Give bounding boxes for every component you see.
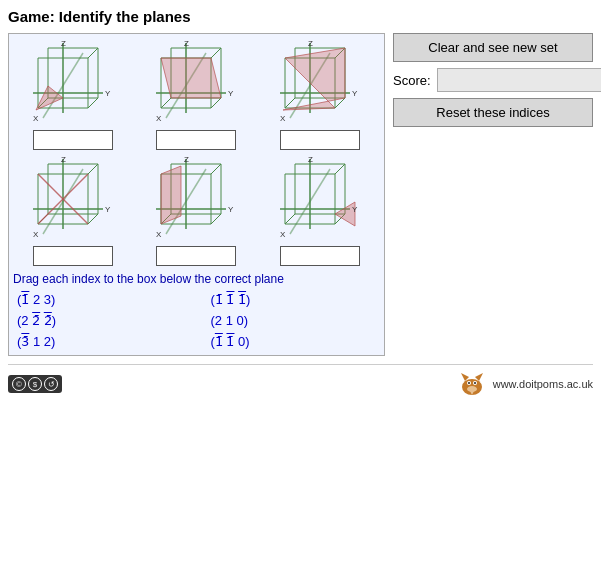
index-item-4[interactable]: (1̄ 1̄ 1̄) bbox=[207, 290, 381, 309]
cc-icons: © $ ↺ bbox=[8, 375, 62, 393]
index-item-6[interactable]: (1̄ 1̄ 0) bbox=[207, 332, 381, 351]
page-title: Game: Identify the planes bbox=[8, 8, 593, 25]
cc-icon: © bbox=[12, 377, 26, 391]
svg-text:X: X bbox=[33, 114, 39, 123]
plane-canvas-4: Z Y X bbox=[28, 154, 118, 244]
svg-text:Z: Z bbox=[308, 155, 313, 164]
svg-marker-88 bbox=[161, 166, 181, 224]
svg-text:Z: Z bbox=[61, 155, 66, 164]
planes-grid: Z Y X bbox=[13, 38, 380, 266]
svg-text:Y: Y bbox=[105, 205, 111, 214]
svg-text:X: X bbox=[280, 230, 286, 239]
svg-line-100 bbox=[335, 164, 345, 174]
plane-canvas-2: Z Y X bbox=[151, 38, 241, 128]
footer-logo: © $ ↺ bbox=[8, 375, 62, 393]
svg-line-7 bbox=[88, 98, 98, 108]
svg-text:X: X bbox=[156, 114, 162, 123]
svg-text:Y: Y bbox=[228, 89, 234, 98]
plane-input-2[interactable] bbox=[156, 130, 236, 150]
plane-cell-5: Z Y X bbox=[137, 154, 257, 266]
svg-text:Y: Y bbox=[352, 205, 358, 214]
plane-cell-4: Z Y X bbox=[13, 154, 133, 266]
score-label: Score: bbox=[393, 73, 431, 88]
plane-input-4[interactable] bbox=[33, 246, 113, 266]
plane-input-6[interactable] bbox=[280, 246, 360, 266]
svg-line-8 bbox=[88, 48, 98, 58]
svg-point-116 bbox=[474, 382, 476, 384]
plane-canvas-3: Z Y X bbox=[275, 38, 365, 128]
plane-cell-2: Z Y X bbox=[137, 38, 257, 150]
index-item-1[interactable]: (1̄ 2 3) bbox=[13, 290, 187, 309]
fox-icon bbox=[457, 369, 487, 399]
indices-grid: (1̄ 2 3) (1̄ 1̄ 1̄) (2 2̄ 2̄) (2 1 0) (3… bbox=[13, 290, 380, 351]
right-panel: Clear and see new set Score: Reset these… bbox=[393, 33, 593, 356]
svg-text:X: X bbox=[280, 114, 286, 123]
svg-line-46 bbox=[285, 98, 295, 108]
plane-cell-6: Z Y X bbox=[260, 154, 380, 266]
svg-point-115 bbox=[468, 382, 470, 384]
index-item-2[interactable]: (2 2̄ 2̄) bbox=[13, 311, 187, 330]
svg-text:Y: Y bbox=[228, 205, 234, 214]
footer-url: www.doitpoms.ac.uk bbox=[493, 378, 593, 390]
nc-icon: $ bbox=[28, 377, 42, 391]
drag-instruction: Drag each index to the box below the cor… bbox=[13, 272, 380, 286]
svg-text:X: X bbox=[156, 230, 162, 239]
svg-line-27 bbox=[211, 48, 221, 58]
index-item-3[interactable]: (3̄ 1 2) bbox=[13, 332, 187, 351]
plane-input-3[interactable] bbox=[280, 130, 360, 150]
svg-line-63 bbox=[88, 164, 98, 174]
index-item-5[interactable]: (2 1 0) bbox=[207, 311, 381, 330]
plane-input-1[interactable] bbox=[33, 130, 113, 150]
svg-marker-33 bbox=[161, 58, 221, 98]
svg-line-82 bbox=[211, 164, 221, 174]
svg-line-81 bbox=[211, 214, 221, 224]
score-row: Score: bbox=[393, 68, 593, 92]
left-panel: Z Y X bbox=[8, 33, 385, 356]
plane-input-5[interactable] bbox=[156, 246, 236, 266]
clear-button[interactable]: Clear and see new set bbox=[393, 33, 593, 62]
svg-text:Y: Y bbox=[352, 89, 358, 98]
page-wrapper: Game: Identify the planes bbox=[0, 0, 601, 577]
svg-line-62 bbox=[88, 214, 98, 224]
footer: © $ ↺ www.doitpoms.ac.uk bbox=[8, 364, 593, 399]
sa-icon: ↺ bbox=[44, 377, 58, 391]
score-input[interactable] bbox=[437, 68, 601, 92]
plane-canvas-6: Z Y X bbox=[275, 154, 365, 244]
svg-text:X: X bbox=[33, 230, 39, 239]
svg-text:Y: Y bbox=[105, 89, 111, 98]
drag-section: Drag each index to the box below the cor… bbox=[13, 272, 380, 351]
svg-line-28 bbox=[161, 98, 171, 108]
svg-text:Z: Z bbox=[308, 39, 313, 48]
plane-cell-1: Z Y X bbox=[13, 38, 133, 150]
svg-text:Z: Z bbox=[61, 39, 66, 48]
plane-canvas-5: Z Y X bbox=[151, 154, 241, 244]
svg-line-26 bbox=[211, 98, 221, 108]
plane-canvas-1: Z Y X bbox=[28, 38, 118, 128]
svg-text:Z: Z bbox=[184, 39, 189, 48]
svg-text:Z: Z bbox=[184, 155, 189, 164]
plane-cell-3: Z Y X bbox=[260, 38, 380, 150]
reset-button[interactable]: Reset these indices bbox=[393, 98, 593, 127]
svg-line-101 bbox=[285, 214, 295, 224]
